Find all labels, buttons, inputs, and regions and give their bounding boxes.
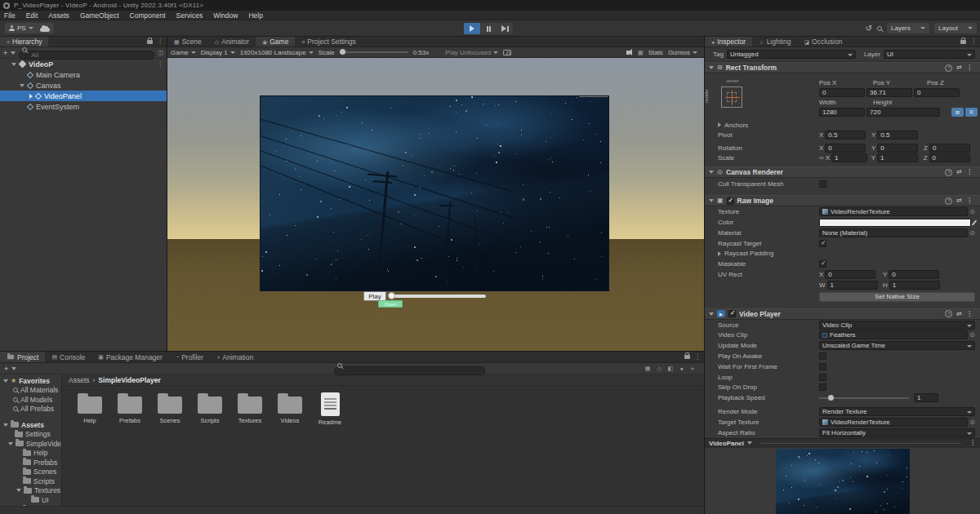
maskable-checkbox[interactable] bbox=[819, 260, 826, 268]
object-picker-icon[interactable]: ⊙ bbox=[969, 331, 975, 339]
object-picker-icon[interactable]: ⊙ bbox=[969, 208, 975, 215]
render-mode-dropdown[interactable]: Render Texture bbox=[819, 407, 975, 416]
resolution-dropdown[interactable]: 1920x1080 Landscape bbox=[240, 49, 314, 56]
foldout-open-icon[interactable] bbox=[709, 312, 714, 316]
foldout-open-icon[interactable] bbox=[20, 84, 24, 87]
tree-item-scenes[interactable]: Scenes bbox=[0, 467, 61, 477]
play-focus-dropdown[interactable]: Play Unfocused bbox=[445, 49, 498, 56]
kebab-menu-icon[interactable]: ⋮ bbox=[157, 38, 163, 45]
preview-resize-grip[interactable] bbox=[760, 443, 961, 444]
menu-edit[interactable]: Edit bbox=[26, 11, 38, 20]
scale-x-field[interactable]: 1 bbox=[831, 153, 867, 162]
cull-transparent-mesh-checkbox[interactable] bbox=[819, 180, 826, 188]
gizmos-dropdown[interactable]: Gizmos bbox=[668, 49, 697, 56]
video-progress-handle[interactable] bbox=[388, 292, 395, 299]
help-icon[interactable]: ? bbox=[945, 310, 952, 317]
menu-window[interactable]: Window bbox=[213, 11, 238, 20]
account-dropdown[interactable]: PS bbox=[5, 23, 38, 33]
video-clip-object-field[interactable]: Feathers bbox=[819, 330, 968, 339]
screenshot-icon[interactable] bbox=[503, 50, 511, 55]
help-icon[interactable]: ? bbox=[945, 197, 952, 205]
hierarchy-item-canvas[interactable]: Canvas bbox=[0, 80, 167, 91]
pivot-y-field[interactable]: 0.5 bbox=[877, 131, 918, 140]
tag-dropdown[interactable]: Untagged bbox=[727, 50, 856, 59]
uv-h-field[interactable]: 1 bbox=[889, 281, 940, 290]
video-player-enabled-checkbox[interactable] bbox=[728, 310, 736, 317]
tab-game[interactable]: ◉Game bbox=[256, 37, 295, 47]
pos-y-field[interactable]: 36.71 bbox=[866, 88, 912, 97]
vsync-icon[interactable]: ▦ bbox=[638, 50, 644, 55]
uv-w-field[interactable]: 1 bbox=[827, 281, 878, 290]
asset-folder-scripts[interactable]: Scripts bbox=[190, 391, 229, 424]
pos-x-field[interactable]: 0 bbox=[819, 88, 865, 97]
pause-button[interactable] bbox=[480, 23, 497, 34]
height-field[interactable]: 720 bbox=[866, 108, 940, 117]
search-icon[interactable] bbox=[877, 26, 882, 31]
asset-folder-prefabs[interactable]: Prefabs bbox=[110, 391, 149, 424]
menu-services[interactable]: Services bbox=[176, 11, 203, 20]
search-by-type-icon[interactable]: ▦ bbox=[645, 366, 651, 371]
asset-folder-help[interactable]: Help bbox=[70, 391, 109, 424]
kebab-menu-icon[interactable]: ⋮ bbox=[694, 354, 701, 361]
stats-button[interactable]: Stats bbox=[648, 49, 663, 56]
asset-file-readme[interactable]: Readme bbox=[310, 391, 350, 426]
foldout-closed-icon[interactable] bbox=[29, 94, 33, 99]
eyedropper-icon[interactable] bbox=[972, 219, 978, 225]
blueprint-mode-button[interactable]: ⊞ bbox=[951, 108, 964, 117]
width-field[interactable]: 1280 bbox=[819, 108, 865, 117]
close-button[interactable]: Close bbox=[579, 95, 608, 97]
tab-inspector[interactable]: ●Inspector bbox=[705, 37, 752, 47]
menu-file[interactable]: File bbox=[4, 11, 16, 20]
kebab-menu-icon[interactable]: ⋮ bbox=[966, 311, 973, 317]
hierarchy-search-input[interactable] bbox=[19, 51, 154, 60]
raw-edit-mode-button[interactable]: R bbox=[965, 108, 978, 117]
add-asset-button[interactable]: + bbox=[4, 365, 8, 373]
tree-item-ui[interactable]: UI bbox=[0, 495, 61, 505]
layout-dropdown[interactable]: Layout bbox=[934, 23, 977, 33]
menu-assets[interactable]: Assets bbox=[48, 11, 69, 20]
tree-item-settings[interactable]: Settings bbox=[0, 430, 61, 440]
tab-occlusion[interactable]: ◪Occlusion bbox=[797, 37, 849, 47]
tab-package-manager[interactable]: ▣Package Manager bbox=[91, 352, 169, 362]
object-picker-icon[interactable]: ⊙ bbox=[969, 229, 975, 237]
target-texture-object-field[interactable]: VideoRenderTexture bbox=[819, 418, 968, 427]
help-icon[interactable]: ? bbox=[945, 64, 952, 72]
material-object-field[interactable]: None (Material) bbox=[819, 228, 968, 237]
hierarchy-item-main-camera[interactable]: Main Camera bbox=[0, 69, 167, 80]
playback-speed-slider[interactable] bbox=[819, 397, 909, 399]
rotation-z-field[interactable]: 0 bbox=[929, 144, 970, 153]
tree-item-simplevideoplayer[interactable]: SimpleVideoPlayer bbox=[0, 439, 61, 449]
texture-object-field[interactable]: VideoRenderTexture bbox=[819, 207, 968, 216]
mute-audio-icon[interactable] bbox=[626, 51, 630, 55]
kebab-menu-icon[interactable]: ⋮ bbox=[966, 64, 973, 71]
project-search-input[interactable] bbox=[334, 366, 485, 375]
menu-gameobject[interactable]: GameObject bbox=[80, 11, 119, 20]
menu-help[interactable]: Help bbox=[248, 11, 262, 20]
tree-item-scripts[interactable]: Scripts bbox=[0, 476, 61, 486]
asset-folder-textures[interactable]: Textures bbox=[230, 391, 270, 424]
add-object-button[interactable]: + bbox=[3, 49, 7, 57]
hierarchy-item-scene[interactable]: VideoP ⋮ bbox=[0, 59, 167, 69]
breadcrumb-assets[interactable]: Assets bbox=[69, 376, 90, 384]
rect-transform-header[interactable]: ⊞ Rect Transform ?⇄⋮ bbox=[705, 62, 980, 73]
tab-scene[interactable]: ▦Scene bbox=[167, 37, 208, 47]
loop-checkbox[interactable] bbox=[819, 374, 826, 381]
undo-history-icon[interactable]: ↺ bbox=[866, 24, 872, 33]
rotation-y-field[interactable]: 0 bbox=[877, 144, 918, 153]
open-button[interactable]: Open bbox=[378, 300, 403, 308]
raycast-padding-row[interactable]: Raycast Padding bbox=[705, 249, 980, 259]
rotation-x-field[interactable]: 0 bbox=[825, 144, 866, 153]
source-dropdown[interactable]: Video Clip bbox=[819, 321, 975, 330]
search-by-label-icon[interactable]: ◇ bbox=[657, 366, 661, 371]
kebab-menu-icon[interactable]: ⋮ bbox=[157, 61, 163, 68]
save-search-icon[interactable]: ◧ bbox=[668, 366, 674, 371]
presets-icon[interactable]: ⇄ bbox=[956, 311, 962, 317]
hierarchy-item-videopanel[interactable]: VideoPanel bbox=[0, 91, 167, 101]
scene-picking-icon[interactable]: ◫ bbox=[158, 50, 163, 55]
lock-icon[interactable] bbox=[960, 40, 966, 44]
game-display-mode-dropdown[interactable]: Game bbox=[171, 49, 196, 56]
help-icon[interactable]: ? bbox=[945, 169, 952, 176]
cloud-services-button[interactable] bbox=[36, 23, 54, 33]
tree-item-help[interactable]: Help bbox=[0, 449, 61, 459]
video-progress-slider[interactable] bbox=[390, 295, 486, 298]
